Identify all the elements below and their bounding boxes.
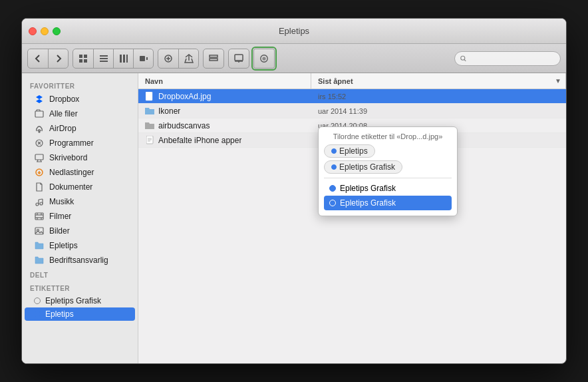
forward-button[interactable] <box>48 49 68 68</box>
tag-epletips-grafisk[interactable]: Epletips Grafisk <box>324 160 402 174</box>
minimize-button[interactable] <box>41 27 49 35</box>
bilder-icon <box>34 226 45 236</box>
column-sist-apnet[interactable]: Sist åpnet ▼ <box>311 73 566 89</box>
share-button[interactable] <box>178 49 198 68</box>
popover-item-epletips[interactable]: Epletips Grafisk <box>324 196 452 210</box>
svg-rect-11 <box>146 57 148 60</box>
tag-button[interactable] <box>254 49 274 68</box>
sidebar-label-filmer: Filmer <box>49 212 71 221</box>
sidebar-label-skrivebord: Skrivebord <box>49 153 87 162</box>
file-icon-doc <box>145 136 154 145</box>
svg-point-31 <box>39 131 40 132</box>
sidebar-section-favoritter: FAVORITTER <box>22 79 138 92</box>
svg-rect-46 <box>35 213 43 220</box>
window-title: Epletips <box>279 26 309 36</box>
popover-item-grafisk[interactable]: Epletips Grafisk <box>324 181 452 196</box>
svg-rect-5 <box>100 58 108 59</box>
dropbox-icon <box>34 94 45 104</box>
svg-rect-10 <box>140 56 145 61</box>
close-button[interactable] <box>29 27 37 35</box>
table-row[interactable]: DropboxAd.jpg irs 15:52 <box>138 89 566 104</box>
sidebar-item-bedriftsansvarlig[interactable]: Bedriftsansvarlig <box>25 253 135 268</box>
svg-rect-35 <box>35 154 43 160</box>
sidebar-item-epletips[interactable]: Epletips <box>25 238 135 253</box>
svg-rect-9 <box>126 55 128 63</box>
popover-item-epletips-label: Epletips Grafisk <box>340 198 396 208</box>
popover-item-epletips-dot <box>329 200 336 206</box>
sidebar-item-filmer[interactable]: Filmer <box>25 209 135 224</box>
file-icon-jpg <box>145 92 154 101</box>
epletips-tag-circle <box>34 311 41 317</box>
sidebar-label-musikk: Musikk <box>49 197 74 206</box>
sidebar-label-dokumenter: Dokumenter <box>49 182 92 192</box>
popover-item-grafisk-label: Epletips Grafisk <box>340 184 396 193</box>
programmer-icon <box>34 138 45 148</box>
back-button[interactable] <box>28 49 48 68</box>
arrange-buttons <box>203 49 224 69</box>
action-buttons <box>158 49 199 69</box>
sidebar-label-alle-filer: Alle filer <box>49 109 78 118</box>
sidebar-item-epletips-grafisk[interactable]: Epletips Grafisk <box>25 294 135 307</box>
sidebar-item-airdrop[interactable]: AirDrop <box>25 121 135 136</box>
epletips-grafisk-circle <box>34 297 41 304</box>
svg-rect-4 <box>100 55 108 57</box>
titlebar: Epletips <box>22 19 566 44</box>
sidebar-section-etiketter: ETIKETTER <box>22 281 138 294</box>
flow-view-button[interactable] <box>133 49 153 68</box>
skrivebord-icon <box>34 152 45 163</box>
svg-marker-26 <box>36 95 43 103</box>
column-navn-label: Navn <box>145 77 163 85</box>
upload-buttons <box>228 49 249 69</box>
sidebar-item-musikk[interactable]: Musikk <box>25 194 135 209</box>
upload-button[interactable] <box>229 49 249 68</box>
svg-rect-16 <box>210 55 218 57</box>
file-cell-name: Anbefalte iPhone apper <box>138 136 311 145</box>
tag-epletips[interactable]: Epletips <box>324 144 375 158</box>
sidebar-label-nedlastinger: Nedlastinger <box>49 168 94 177</box>
bedriftsansvarlig-icon <box>34 255 45 266</box>
column-headers: Navn Sist åpnet ▼ <box>138 73 566 89</box>
sidebar-item-epletips-tag[interactable]: Epletips <box>25 307 135 321</box>
alle-filer-icon <box>34 108 45 119</box>
dokumenter-icon <box>34 182 45 192</box>
tag-epletips-dot <box>331 148 337 154</box>
sidebar-label-bedriftsansvarlig: Bedriftsansvarlig <box>49 256 108 265</box>
sidebar-item-nedlastinger[interactable]: Nedlastinger <box>25 165 135 180</box>
search-box[interactable] <box>454 51 561 66</box>
tag-popover: Tilordne etiketter til «Drop...d.jpg» Ep… <box>318 126 458 216</box>
sidebar-label-airdrop: AirDrop <box>49 124 76 133</box>
musikk-icon <box>34 196 45 207</box>
file-date-ikoner: uar 2014 11:39 <box>318 107 367 115</box>
epletips-folder-icon <box>34 240 45 251</box>
tag-button-group[interactable] <box>253 49 275 69</box>
file-icon-folder <box>145 106 154 116</box>
svg-rect-8 <box>123 55 125 63</box>
table-row[interactable]: Ikoner uar 2014 11:39 <box>138 104 566 118</box>
file-name-airbudscanvas: airbudscanvas <box>158 121 210 130</box>
icon-view-button[interactable] <box>73 49 93 68</box>
sidebar-item-alle-filer[interactable]: Alle filer <box>25 106 135 121</box>
sidebar-item-programmer[interactable]: Programmer <box>25 136 135 150</box>
list-view-button[interactable] <box>93 49 113 68</box>
maximize-button[interactable] <box>53 27 61 35</box>
file-cell-date-1: uar 2014 11:39 <box>311 107 566 115</box>
action-button[interactable] <box>158 49 178 68</box>
svg-rect-17 <box>210 59 218 61</box>
sidebar-label-dropbox: Dropbox <box>49 95 79 104</box>
file-cell-name: airbudscanvas <box>138 121 311 130</box>
arrange-button[interactable] <box>204 49 223 68</box>
popover-item-grafisk-dot <box>329 185 336 192</box>
sort-arrow: ▼ <box>555 77 561 85</box>
column-view-button[interactable] <box>113 49 133 68</box>
search-input[interactable] <box>469 55 555 63</box>
tag-epletips-grafisk-dot <box>331 164 337 170</box>
file-cell-name: Ikoner <box>138 106 311 116</box>
sidebar-item-bilder[interactable]: Bilder <box>25 224 135 238</box>
sidebar-item-dokumenter[interactable]: Dokumenter <box>25 180 135 194</box>
airdrop-icon <box>34 123 45 134</box>
file-content: Navn Sist åpnet ▼ DropboxAd.jpg <box>138 73 566 363</box>
traffic-lights <box>29 27 61 35</box>
sidebar-item-skrivebord[interactable]: Skrivebord <box>25 150 135 165</box>
sidebar-item-dropbox[interactable]: Dropbox <box>25 92 135 106</box>
search-icon <box>460 55 466 62</box>
